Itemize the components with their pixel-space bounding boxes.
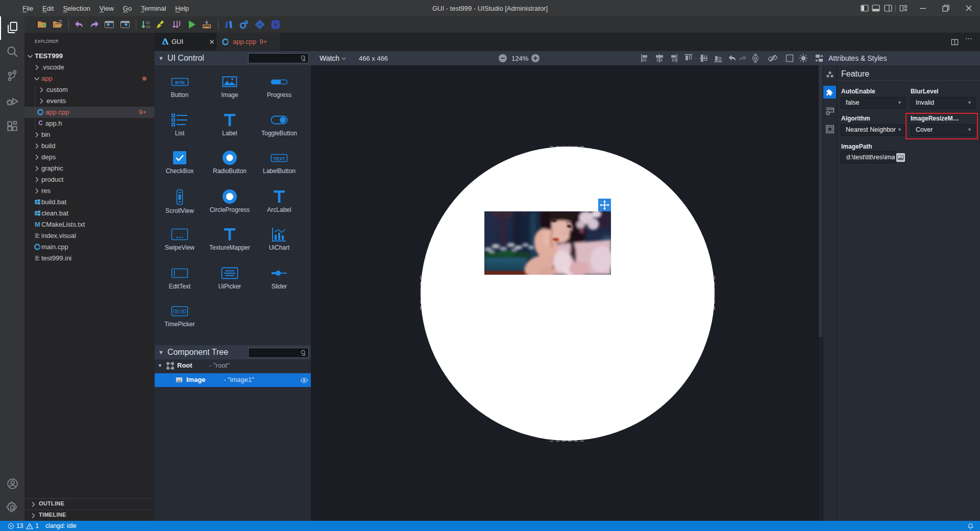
- svg-text:10: 10: [146, 25, 150, 29]
- svg-text:TEXT: TEXT: [273, 156, 285, 161]
- svg-text:BTN: BTN: [175, 80, 185, 85]
- svg-text:00:00: 00:00: [173, 309, 186, 315]
- svg-text:01: 01: [146, 21, 150, 25]
